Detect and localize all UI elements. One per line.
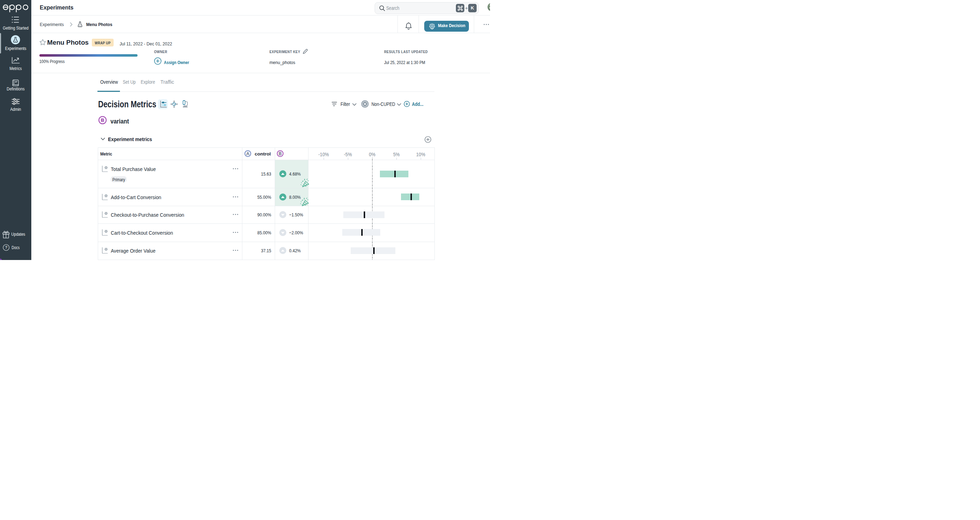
svg-text:?: ?: [5, 245, 7, 250]
